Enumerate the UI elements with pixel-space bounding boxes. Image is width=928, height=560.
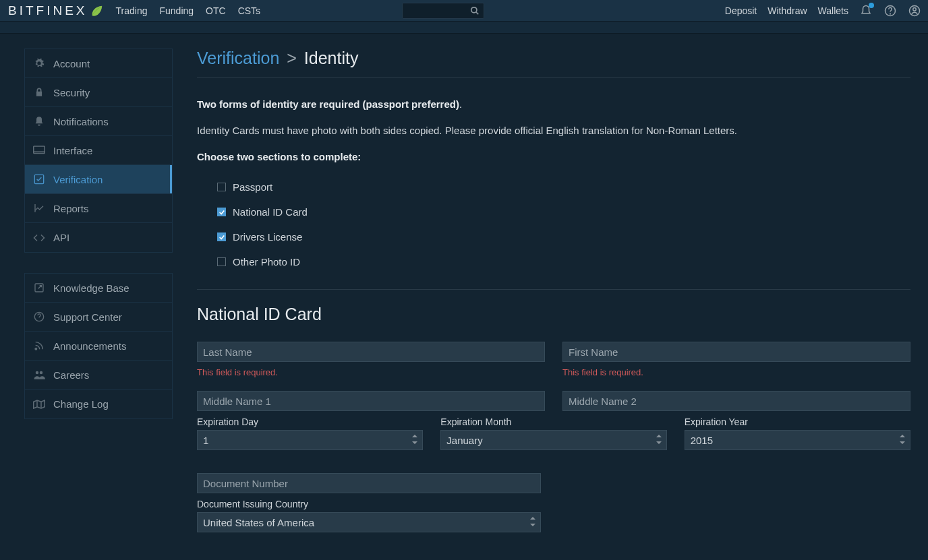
nav-deposit[interactable]: Deposit — [725, 5, 757, 16]
svg-marker-14 — [34, 400, 45, 408]
top-nav-right: Deposit Withdraw Wallets — [725, 4, 921, 18]
sidebar-item-change-log[interactable]: Change Log — [25, 390, 172, 418]
sidebar-item-interface[interactable]: Interface — [25, 136, 172, 165]
code-icon — [33, 232, 45, 244]
sidebar-item-label: Support Center — [53, 311, 122, 323]
sidebar-item-notifications[interactable]: Notifications — [25, 107, 172, 136]
checkbox[interactable] — [217, 232, 226, 241]
id-option-other[interactable]: Other Photo ID — [217, 249, 910, 274]
sidebar-item-api[interactable]: API — [25, 223, 172, 252]
exp-year-select[interactable]: 2015 — [685, 430, 910, 450]
id-option-label: Other Photo ID — [233, 256, 300, 268]
svg-point-13 — [40, 371, 43, 375]
id-option-national-id[interactable]: National ID Card — [217, 199, 910, 224]
id-option-label: Drivers License — [233, 231, 302, 243]
svg-point-12 — [36, 371, 39, 375]
leaf-icon — [89, 3, 104, 18]
sidebar-item-announcements[interactable]: Announcements — [25, 332, 172, 361]
sidebar-item-reports[interactable]: Reports — [25, 194, 172, 223]
map-icon — [33, 398, 45, 410]
sidebar: Account Security Notifications Interface… — [24, 49, 173, 532]
svg-point-5 — [913, 7, 917, 11]
doc-number-input[interactable] — [197, 473, 541, 493]
sidebar-item-label: Notifications — [53, 116, 109, 127]
middle1-input[interactable] — [197, 391, 545, 411]
sidebar-item-label: Change Log — [53, 398, 109, 410]
field-exp-day: Expiration Day 1 — [197, 416, 423, 450]
breadcrumb-current: Identity — [304, 49, 359, 67]
nav-funding[interactable]: Funding — [159, 5, 194, 16]
search-box[interactable] — [402, 3, 484, 19]
brand[interactable]: BITFINEX — [8, 3, 104, 18]
sidebar-item-label: Knowledge Base — [53, 282, 129, 294]
doc-country-select[interactable]: United States of America — [197, 512, 541, 532]
field-doc-country: Document Issuing Country United States o… — [197, 499, 541, 532]
id-options-list: Passport National ID Card Drivers Licens… — [197, 175, 910, 274]
sidebar-item-label: Verification — [53, 174, 103, 185]
help-icon — [33, 311, 45, 323]
sidebar-item-support-center[interactable]: Support Center — [25, 303, 172, 332]
exp-day-label: Expiration Day — [197, 416, 423, 427]
nav-otc[interactable]: OTC — [206, 5, 226, 16]
main-content: Verification > Identity Two forms of ide… — [197, 49, 915, 532]
exp-day-select[interactable]: 1 — [197, 430, 423, 450]
id-option-passport[interactable]: Passport — [217, 175, 910, 199]
section-divider — [197, 289, 910, 290]
sidebar-item-label: Security — [53, 87, 90, 98]
top-nav-links: Trading Funding OTC CSTs — [116, 5, 261, 16]
sidebar-primary: Account Security Notifications Interface… — [24, 49, 173, 253]
nav-trading[interactable]: Trading — [116, 5, 148, 16]
sidebar-item-careers[interactable]: Careers — [25, 361, 172, 390]
first-name-input[interactable] — [562, 342, 910, 362]
expiration-row: Expiration Day 1 Expiration Month Januar… — [197, 416, 910, 450]
top-nav: BITFINEX Trading Funding OTC CSTs Deposi… — [0, 0, 928, 22]
sidebar-item-account[interactable]: Account — [25, 49, 172, 78]
sidebar-item-verification[interactable]: Verification — [25, 165, 172, 194]
notifications-button[interactable] — [859, 4, 873, 18]
field-middle-2 — [562, 391, 910, 411]
middle2-input[interactable] — [562, 391, 910, 411]
intro-required: Two forms of identity are required (pass… — [197, 98, 910, 110]
sidebar-secondary: Knowledge Base Support Center Announceme… — [24, 273, 173, 419]
sidebar-item-label: Interface — [53, 145, 92, 156]
sidebar-item-knowledge-base[interactable]: Knowledge Base — [25, 274, 172, 303]
help-button[interactable] — [883, 4, 897, 18]
exp-month-select[interactable]: January — [440, 430, 666, 450]
last-name-input[interactable] — [197, 342, 545, 362]
field-last-name: This field is required. — [197, 342, 545, 391]
doc-country-label: Document Issuing Country — [197, 499, 541, 509]
account-button[interactable] — [908, 4, 921, 18]
monitor-icon — [33, 144, 45, 156]
lock-icon — [33, 86, 45, 98]
check-square-icon — [33, 173, 45, 185]
svg-point-11 — [35, 348, 37, 350]
sidebar-item-label: Careers — [53, 369, 89, 381]
checkbox[interactable] — [217, 208, 226, 216]
id-option-drivers-license[interactable]: Drivers License — [217, 224, 910, 249]
checkbox[interactable] — [217, 183, 226, 191]
bell-icon — [33, 115, 45, 127]
chart-icon — [33, 202, 45, 214]
breadcrumb-root[interactable]: Verification — [197, 49, 279, 67]
intro-instructions: Identity Cards must have photo with both… — [197, 125, 910, 136]
sidebar-item-label: Account — [53, 58, 90, 69]
page-body: Account Security Notifications Interface… — [0, 34, 928, 532]
field-doc-number — [197, 473, 541, 493]
nav-withdraw[interactable]: Withdraw — [767, 5, 807, 16]
last-name-error: This field is required. — [197, 367, 545, 377]
gear-icon — [33, 57, 45, 69]
breadcrumb: Verification > Identity — [197, 49, 910, 78]
exp-year-label: Expiration Year — [685, 416, 910, 427]
nav-wallets[interactable]: Wallets — [818, 5, 848, 16]
id-option-label: Passport — [233, 181, 272, 193]
section-title: National ID Card — [197, 305, 910, 324]
rss-icon — [33, 340, 45, 352]
external-link-icon — [33, 282, 45, 294]
id-form: This field is required. This field is re… — [197, 342, 910, 532]
sidebar-item-label: API — [53, 232, 69, 243]
breadcrumb-separator: > — [287, 49, 297, 67]
nav-csts[interactable]: CSTs — [238, 5, 260, 16]
sub-bar — [0, 22, 928, 34]
sidebar-item-security[interactable]: Security — [25, 78, 172, 107]
checkbox[interactable] — [217, 257, 226, 266]
